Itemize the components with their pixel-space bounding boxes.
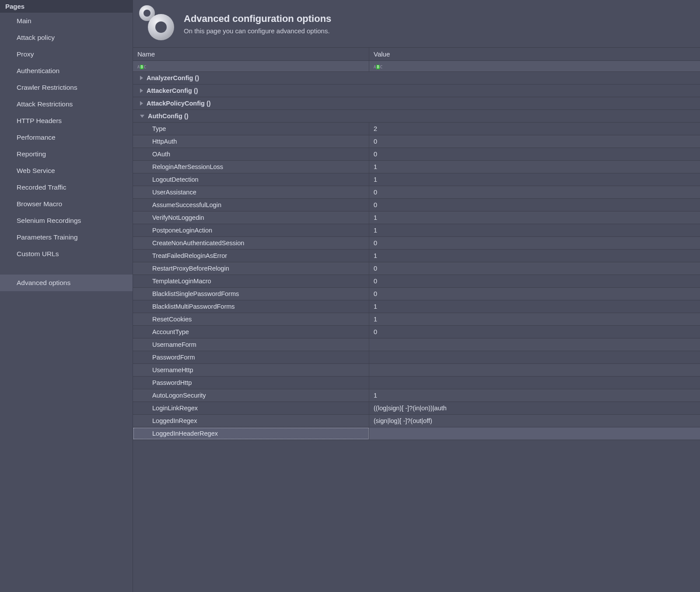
table-row[interactable]: LoginLinkRegex((log|sign)[ -]?(in|on))|a… (133, 402, 700, 415)
table-row[interactable]: TreatFailedReloginAsError1 (133, 250, 700, 262)
cell-name[interactable]: Type (133, 123, 369, 135)
cell-value[interactable]: 1 (369, 224, 700, 236)
table-row[interactable]: AssumeSuccessfulLogin0 (133, 199, 700, 211)
cell-name[interactable]: LoggedInRegex (133, 415, 369, 427)
cell-value[interactable]: 1 (369, 389, 700, 402)
cell-value[interactable]: ((log|sign)[ -]?(in|on))|auth (369, 402, 700, 414)
table-row[interactable]: PasswordForm (133, 351, 700, 364)
sidebar-item[interactable]: Browser Macro (0, 196, 133, 212)
cell-name[interactable]: UsernameHttp (133, 364, 369, 376)
cell-value[interactable]: 0 (369, 237, 700, 249)
group-row[interactable]: AttackPolicyConfig () (133, 97, 700, 110)
cell-value[interactable] (369, 351, 700, 363)
cell-value[interactable]: 0 (369, 288, 700, 300)
table-row[interactable]: ResetCookies1 (133, 313, 700, 326)
sidebar-item[interactable]: HTTP Headers (0, 113, 133, 129)
cell-value[interactable]: 1 (369, 313, 700, 325)
cell-value[interactable]: 0 (369, 186, 700, 198)
cell-value[interactable] (369, 364, 700, 376)
table-row[interactable]: UsernameHttp (133, 364, 700, 377)
cell-value[interactable]: 1 (369, 250, 700, 262)
sidebar-item[interactable]: Recorded Traffic (0, 179, 133, 196)
group-row[interactable]: AnalyzerConfig () (133, 72, 700, 85)
cell-value[interactable]: 1 (369, 161, 700, 173)
cell-value[interactable]: 0 (369, 199, 700, 211)
sidebar-item[interactable]: Performance (0, 129, 133, 146)
sidebar-item[interactable]: Main (0, 13, 133, 29)
cell-name[interactable]: AccountType (133, 326, 369, 338)
cell-value[interactable]: 1 (369, 211, 700, 224)
cell-name[interactable]: UserAssistance (133, 186, 369, 198)
cell-value[interactable]: (sign|log)[ -]?(out|off) (369, 415, 700, 427)
cell-name[interactable]: BlacklistSinglePasswordForms (133, 288, 369, 300)
cell-value[interactable]: 0 (369, 275, 700, 287)
table-row[interactable]: VerifyNotLoggedin1 (133, 211, 700, 224)
cell-name[interactable]: UsernameForm (133, 338, 369, 351)
sidebar-item[interactable]: Attack policy (0, 29, 133, 46)
table-row[interactable]: Type2 (133, 123, 700, 135)
cell-name[interactable]: CreateNonAuthenticatedSession (133, 237, 369, 249)
table-row[interactable]: CreateNonAuthenticatedSession0 (133, 237, 700, 250)
table-row[interactable]: RestartProxyBeforeRelogin0 (133, 262, 700, 275)
group-row[interactable]: AuthConfig () (133, 110, 700, 123)
group-row[interactable]: AttackerConfig () (133, 85, 700, 97)
table-row[interactable]: BlacklistMultiPasswordForms1 (133, 300, 700, 313)
table-row[interactable]: PasswordHttp (133, 377, 700, 389)
cell-name[interactable]: VerifyNotLoggedin (133, 211, 369, 224)
cell-name[interactable]: HttpAuth (133, 135, 369, 148)
cell-name[interactable]: LoggedInHeaderRegex (133, 427, 369, 440)
gears-icon (136, 4, 177, 44)
cell-value[interactable]: 0 (369, 326, 700, 338)
table-row[interactable]: OAuth0 (133, 148, 700, 161)
table-row[interactable]: AccountType0 (133, 326, 700, 338)
sidebar-item[interactable]: Crawler Restrictions (0, 79, 133, 96)
sidebar-item[interactable]: Authentication (0, 63, 133, 79)
cell-name[interactable]: PostponeLoginAction (133, 224, 369, 236)
table-row[interactable]: LoggedInHeaderRegex (133, 427, 700, 440)
cell-value[interactable] (369, 427, 700, 440)
cell-name[interactable]: PasswordForm (133, 351, 369, 363)
cell-value[interactable]: 0 (369, 262, 700, 275)
sidebar-item[interactable]: Attack Restrictions (0, 96, 133, 113)
sidebar-item[interactable]: Reporting (0, 146, 133, 162)
sidebar-item[interactable]: Web Service (0, 162, 133, 179)
table-row[interactable]: HttpAuth0 (133, 135, 700, 148)
cell-name[interactable]: PasswordHttp (133, 377, 369, 389)
cell-name[interactable]: TemplateLoginMacro (133, 275, 369, 287)
cell-name[interactable]: AutoLogonSecurity (133, 389, 369, 402)
cell-name[interactable]: ReloginAfterSessionLoss (133, 161, 369, 173)
cell-value[interactable]: 1 (369, 173, 700, 186)
table-row[interactable]: PostponeLoginAction1 (133, 224, 700, 237)
cell-name[interactable]: RestartProxyBeforeRelogin (133, 262, 369, 275)
table-row[interactable]: UsernameForm (133, 338, 700, 351)
sidebar-item[interactable]: Parameters Training (0, 229, 133, 246)
sidebar-item[interactable]: Proxy (0, 46, 133, 63)
table-row[interactable]: AutoLogonSecurity1 (133, 389, 700, 402)
cell-value[interactable]: 0 (369, 135, 700, 148)
filter-value[interactable]: ABC (369, 61, 700, 71)
sidebar-item-advanced-options[interactable]: Advanced options (0, 275, 133, 291)
cell-value[interactable] (369, 338, 700, 351)
column-header-value[interactable]: Value (369, 48, 700, 60)
cell-name[interactable]: OAuth (133, 148, 369, 160)
column-header-name[interactable]: Name (133, 48, 369, 60)
cell-value[interactable] (369, 377, 700, 389)
cell-name[interactable]: BlacklistMultiPasswordForms (133, 300, 369, 313)
table-row[interactable]: LoggedInRegex(sign|log)[ -]?(out|off) (133, 415, 700, 427)
table-row[interactable]: BlacklistSinglePasswordForms0 (133, 288, 700, 300)
cell-name[interactable]: ResetCookies (133, 313, 369, 325)
cell-value[interactable]: 0 (369, 148, 700, 160)
cell-value[interactable]: 1 (369, 300, 700, 313)
cell-name[interactable]: LogoutDetection (133, 173, 369, 186)
sidebar-item[interactable]: Custom URLs (0, 246, 133, 262)
cell-value[interactable]: 2 (369, 123, 700, 135)
sidebar-item[interactable]: Selenium Recordings (0, 212, 133, 229)
cell-name[interactable]: TreatFailedReloginAsError (133, 250, 369, 262)
cell-name[interactable]: AssumeSuccessfulLogin (133, 199, 369, 211)
cell-name[interactable]: LoginLinkRegex (133, 402, 369, 414)
table-row[interactable]: UserAssistance0 (133, 186, 700, 199)
table-row[interactable]: TemplateLoginMacro0 (133, 275, 700, 288)
filter-name[interactable]: ABC (133, 61, 369, 71)
table-row[interactable]: LogoutDetection1 (133, 173, 700, 186)
table-row[interactable]: ReloginAfterSessionLoss1 (133, 161, 700, 173)
